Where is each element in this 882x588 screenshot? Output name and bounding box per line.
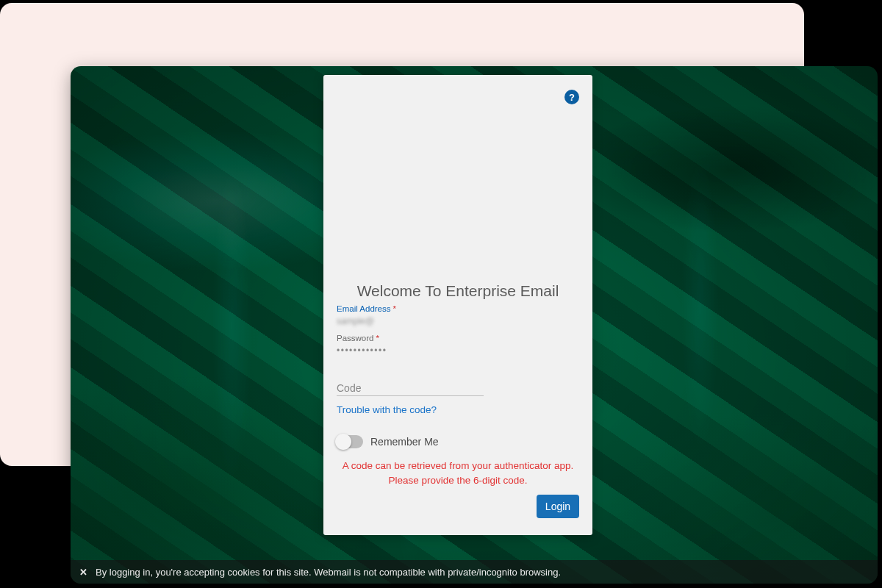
remember-me-toggle[interactable]: [337, 435, 363, 448]
login-button[interactable]: Login: [537, 495, 579, 518]
password-field[interactable]: Password * ••••••••••••: [337, 334, 579, 356]
password-label-text: Password: [337, 334, 374, 343]
help-icon-glyph: ?: [569, 92, 575, 103]
email-field[interactable]: Email Address * sample@: [337, 304, 579, 326]
error-line-1: A code can be retrieved from your authen…: [337, 459, 579, 473]
login-card: ? Welcome To Enterprise Email Email Addr…: [323, 75, 592, 535]
close-icon[interactable]: ✕: [78, 567, 88, 577]
app-window: ? Welcome To Enterprise Email Email Addr…: [71, 66, 878, 584]
password-value: ••••••••••••: [337, 345, 579, 356]
toggle-knob: [335, 434, 351, 450]
login-button-label: Login: [545, 501, 570, 512]
login-title: Welcome To Enterprise Email: [323, 282, 592, 300]
code-label: Code: [337, 382, 484, 394]
email-label: Email Address *: [337, 304, 579, 313]
email-label-text: Email Address: [337, 304, 391, 313]
remember-me-row: Remember Me: [337, 435, 439, 448]
required-star: *: [393, 304, 396, 313]
cookie-notice-bar: ✕ By logging in, you're accepting cookie…: [71, 560, 878, 584]
email-value: sample@: [337, 316, 579, 326]
trouble-code-link[interactable]: Trouble with the code?: [337, 404, 437, 415]
cookie-notice-text: By logging in, you're accepting cookies …: [96, 567, 561, 578]
error-message: A code can be retrieved from your authen…: [337, 459, 579, 489]
help-icon[interactable]: ?: [564, 90, 579, 104]
password-label: Password *: [337, 334, 579, 343]
code-field[interactable]: Code: [337, 382, 484, 396]
required-star: *: [376, 334, 379, 343]
error-line-2: Please provide the 6-digit code.: [337, 473, 579, 488]
remember-me-label: Remember Me: [370, 436, 439, 448]
